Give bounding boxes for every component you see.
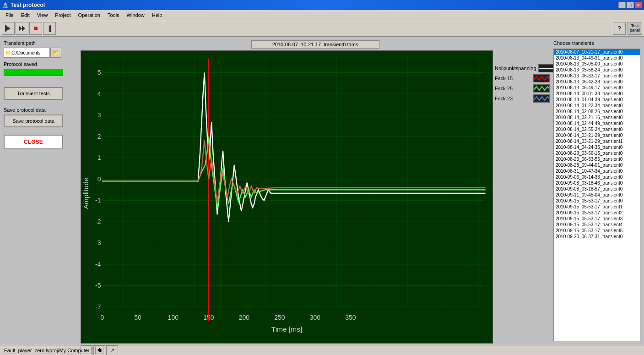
right-panel-title: Choose transients — [553, 40, 640, 46]
transient-tests-label: Transient tests — [17, 91, 50, 96]
svg-text:0: 0 — [97, 175, 101, 183]
run-continuous-button[interactable] — [16, 22, 28, 35]
list-item[interactable]: 2010-09-08_03-18-46_transient0 — [554, 180, 640, 186]
protocol-saved-bar — [4, 69, 63, 76]
run-button[interactable] — [2, 22, 15, 35]
window-controls: _ □ ✕ — [618, 2, 642, 8]
list-item[interactable]: 2010-08-14_02-44-49_transient0 — [554, 120, 640, 126]
svg-text:200: 200 — [239, 314, 250, 321]
menu-view[interactable]: View — [33, 11, 52, 19]
help-button[interactable]: ? — [613, 22, 626, 35]
transient-list[interactable]: 2010-08-07_10-21-17_transient02010-08-13… — [553, 49, 640, 341]
menu-help[interactable]: Help — [148, 11, 166, 19]
path-icon: 📁 — [5, 50, 11, 55]
menu-bar: File Edit View Project Operation Tools W… — [0, 10, 644, 20]
legend-fack15-label: Fack 15 — [495, 76, 513, 81]
svg-text:-5: -5 — [95, 282, 101, 289]
list-item[interactable]: 2010-08-13_05-05-00_transient0 — [554, 61, 640, 67]
list-item[interactable]: 2010-08-14_01-04-39_transient0 — [554, 97, 640, 103]
toolbar-right: ? Testpanel — [613, 22, 642, 35]
close-label: CLOSE — [24, 139, 43, 145]
cursor-button[interactable]: ↗ — [106, 345, 118, 355]
legend-fack25-icon — [533, 84, 550, 93]
svg-text:1: 1 — [97, 154, 101, 161]
list-item[interactable]: 2010-08-13_06-42-28_transient0 — [554, 79, 640, 85]
svg-text:100: 100 — [168, 314, 179, 321]
list-item[interactable]: 2010-08-31_10-47-34_transient0 — [554, 168, 640, 174]
close-button[interactable]: CLOSE — [4, 135, 63, 149]
save-protocol-button[interactable]: Save protocol data — [4, 115, 63, 127]
transient-path-label: Transient path — [4, 40, 77, 46]
list-item[interactable]: 2010-09-20_06-37-31_transient0 — [554, 234, 640, 240]
list-item[interactable]: 2010-08-14_03-21-29_transient0 — [554, 132, 640, 138]
svg-text:250: 250 — [274, 314, 285, 321]
list-item[interactable]: 2010-09-08_03-18-57_transient0 — [554, 186, 640, 192]
list-item[interactable]: 2010-08-13_06-33-17_transient0 — [554, 73, 640, 79]
svg-text:0: 0 — [101, 314, 104, 321]
close-window-button[interactable]: ✕ — [635, 2, 642, 8]
list-item[interactable]: 2010-08-07_10-21-17_transient0 — [554, 49, 640, 55]
svg-marker-4 — [22, 26, 25, 31]
list-item[interactable]: 2010-08-14_00-01-33_transient0 — [554, 91, 640, 97]
path-input[interactable]: 📁 C:\Documents — [4, 48, 49, 58]
menu-operation[interactable]: Operation — [75, 11, 104, 19]
list-item[interactable]: 2010-08-14_02-21-16_transient0 — [554, 115, 640, 120]
svg-rect-5 — [81, 51, 492, 343]
list-item[interactable]: 2010-09-15_05-53-17_transient1 — [554, 204, 640, 210]
menu-file[interactable]: File — [2, 11, 17, 19]
list-item[interactable]: 2010-09-15_05-53-17_transient4 — [554, 222, 640, 228]
test-panel-button[interactable]: Testpanel — [628, 22, 642, 35]
status-arrow[interactable]: ◀ — [95, 347, 103, 354]
transient-tests-button[interactable]: Transient tests — [4, 87, 63, 100]
list-item[interactable]: 2010-09-06_06-14-33_transient0 — [554, 174, 640, 180]
folder-icon: 📂 — [53, 49, 60, 56]
list-item[interactable]: 2010-08-14_04-24-35_transient0 — [554, 144, 640, 150]
chart-container[interactable]: 5 4 3 2 1 0 -1 -2 -3 -4 -5 -7 Ampli — [81, 50, 493, 344]
svg-text:5: 5 — [97, 69, 101, 76]
list-item[interactable]: 2010-08-13_04-49-31_transient0 — [554, 55, 640, 61]
maximize-button[interactable]: □ — [627, 2, 634, 8]
legend-nollpunkt-label: Nollpunktspänning — [495, 66, 536, 71]
svg-text:Time [ms]: Time [ms] — [271, 325, 302, 333]
main-content: Transient path 📁 C:\Documents 📂 Protocol… — [0, 37, 644, 345]
chart-row: 5 4 3 2 1 0 -1 -2 -3 -4 -5 -7 Ampli — [81, 50, 550, 344]
list-item[interactable]: 2010-08-28_09-44-01_transient0 — [554, 162, 640, 168]
list-item[interactable]: 2010-08-14_03-21-29_transient1 — [554, 138, 640, 144]
list-item[interactable]: 2010-08-23_03-56-15_transient0 — [554, 150, 640, 156]
stop-button[interactable]: ■ — [29, 22, 42, 35]
list-item[interactable]: 2010-08-13_06-49-17_transient0 — [554, 85, 640, 91]
svg-text:-7: -7 — [95, 303, 101, 311]
legend-fack15-icon — [533, 74, 550, 82]
svg-marker-3 — [19, 26, 22, 31]
path-row: 📁 C:\Documents 📂 — [4, 48, 77, 58]
list-item[interactable]: 2010-09-15_05-53-17_transient5 — [554, 228, 640, 234]
list-item[interactable]: 2010-09-15_05-53-17_transient2 — [554, 210, 640, 216]
svg-text:4: 4 — [97, 90, 101, 98]
transient-tests-section: Transient tests — [4, 87, 77, 100]
path-value: C:\Documents — [11, 50, 40, 55]
list-item[interactable]: 2010-09-15_05-53-17_transient0 — [554, 198, 640, 204]
menu-edit[interactable]: Edit — [17, 11, 33, 19]
list-item[interactable]: 2010-08-14_02-08-26_transient0 — [554, 109, 640, 115]
chart-title: 2010-08-07_10-21-17_transient0.tdms — [251, 40, 379, 49]
svg-text:-1: -1 — [95, 197, 101, 204]
menu-window[interactable]: Window — [123, 11, 148, 19]
svg-text:2: 2 — [97, 133, 101, 140]
list-item[interactable]: 2010-09-15_05-53-17_transient3 — [554, 216, 640, 222]
list-item[interactable]: 2010-09-11_09-45-04_transient0 — [554, 192, 640, 198]
browse-button[interactable]: 📂 — [50, 48, 61, 58]
app-icon: 🔬 — [2, 2, 9, 8]
list-item[interactable]: 2010-08-23_06-33-55_transient0 — [554, 156, 640, 162]
list-item[interactable]: 2010-08-14_01-22-34_transient0 — [554, 103, 640, 109]
svg-text:350: 350 — [345, 314, 356, 321]
pause-button[interactable]: ‖ — [43, 22, 56, 35]
svg-text:Amplitude: Amplitude — [82, 178, 90, 209]
menu-tools[interactable]: Tools — [104, 11, 123, 19]
menu-project[interactable]: Project — [51, 11, 74, 19]
chart-svg: 5 4 3 2 1 0 -1 -2 -3 -4 -5 -7 Ampli — [81, 51, 492, 343]
right-panel: Choose transients 2010-08-07_10-21-17_tr… — [553, 40, 640, 341]
list-item[interactable]: 2010-08-14_02-55-24_transient0 — [554, 126, 640, 132]
save-protocol-section-label: Save protocol data — [4, 107, 77, 113]
minimize-button[interactable]: _ — [618, 2, 626, 8]
list-item[interactable]: 2010-08-13_05-58-24_transient0 — [554, 67, 640, 73]
